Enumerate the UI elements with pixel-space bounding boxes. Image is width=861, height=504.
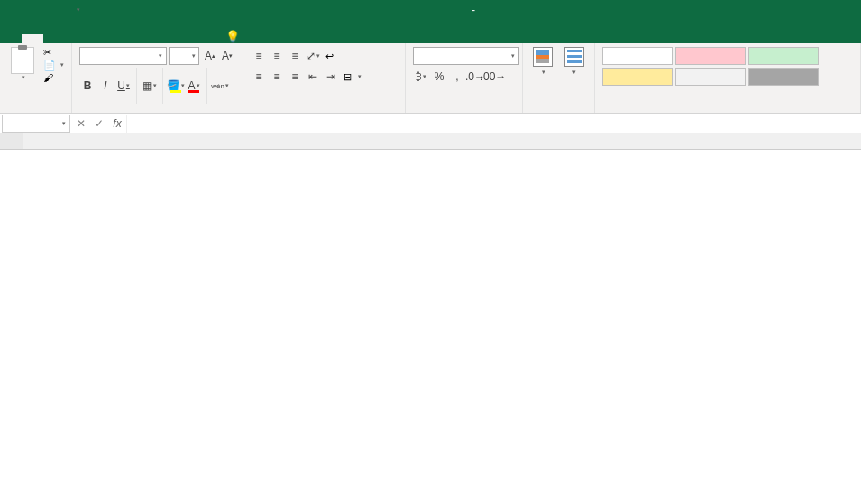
group-alignment: ≡ ≡ ≡ ⤢▾ ↩ ≡ ≡ ≡ ⇤ ⇥ ⊟▾ bbox=[243, 43, 406, 113]
styles-label bbox=[602, 109, 853, 111]
tab-data[interactable] bbox=[108, 34, 130, 43]
enter-icon[interactable]: ✓ bbox=[90, 117, 108, 130]
brush-icon: 🖌 bbox=[43, 72, 54, 83]
worksheet bbox=[0, 133, 861, 150]
decrease-font-button[interactable]: A▾ bbox=[219, 47, 235, 65]
table-format-icon bbox=[564, 47, 584, 67]
cell-style-neutral[interactable] bbox=[602, 68, 673, 86]
copy-button[interactable]: 📄▾ bbox=[43, 60, 64, 70]
qat-more-icon[interactable]: ▾ bbox=[71, 3, 86, 17]
number-label bbox=[413, 109, 515, 111]
cell-style-bad[interactable] bbox=[675, 47, 746, 65]
clipboard-label bbox=[7, 109, 64, 111]
window-title: - bbox=[86, 4, 861, 16]
column-headers bbox=[0, 133, 861, 150]
ribbon: ▾ ✂ 📄▾ 🖌 ▾ ▾ A▴ A▾ B I U▾ bbox=[0, 43, 861, 114]
align-left-button[interactable]: ≡ bbox=[251, 68, 267, 86]
formula-input[interactable] bbox=[126, 115, 861, 133]
wrap-text-button[interactable]: ↩ bbox=[323, 47, 339, 65]
formula-bar: ▾ ✕ ✓ fx bbox=[0, 114, 861, 133]
conditional-format-icon bbox=[533, 47, 553, 67]
paste-icon bbox=[11, 47, 34, 74]
chevron-down-icon: ▾ bbox=[22, 74, 25, 81]
ribbon-tabs: 💡 bbox=[0, 20, 861, 43]
fill-color-button[interactable]: 🪣▾ bbox=[168, 77, 184, 95]
conditional-format-button[interactable]: ▾ bbox=[530, 47, 556, 76]
tab-view[interactable] bbox=[151, 34, 173, 43]
tab-layout[interactable] bbox=[65, 34, 87, 43]
select-all-button[interactable] bbox=[0, 133, 23, 149]
name-box[interactable]: ▾ bbox=[2, 115, 70, 133]
scissors-icon: ✂ bbox=[43, 47, 54, 58]
align-center-button[interactable]: ≡ bbox=[269, 68, 285, 86]
quick-access-toolbar: ▾ bbox=[0, 3, 86, 17]
alignment-label bbox=[251, 109, 398, 111]
fx-icon[interactable]: fx bbox=[108, 117, 126, 130]
number-format-combo[interactable]: ▾ bbox=[413, 47, 519, 65]
border-button[interactable]: ▦▾ bbox=[142, 77, 158, 95]
tab-help[interactable] bbox=[173, 34, 195, 43]
cell-style-normal[interactable] bbox=[602, 47, 673, 65]
font-size-combo[interactable]: ▾ bbox=[169, 47, 199, 65]
group-cell-styles bbox=[595, 43, 861, 113]
currency-button[interactable]: ₿▾ bbox=[413, 68, 429, 86]
tab-formulas[interactable] bbox=[87, 34, 108, 43]
group-clipboard: ▾ ✂ 📄▾ 🖌 bbox=[0, 43, 72, 113]
save-icon[interactable] bbox=[5, 3, 20, 17]
merge-center-button[interactable]: ⊟▾ bbox=[341, 68, 364, 86]
lightbulb-icon: 💡 bbox=[225, 30, 240, 43]
paste-button[interactable]: ▾ bbox=[7, 47, 38, 83]
font-name-combo[interactable]: ▾ bbox=[79, 47, 167, 65]
tell-me-search[interactable]: 💡 bbox=[216, 30, 252, 43]
increase-indent-button[interactable]: ⇥ bbox=[323, 68, 339, 86]
undo-icon[interactable] bbox=[27, 3, 41, 17]
merge-icon: ⊟ bbox=[343, 71, 352, 83]
format-painter-button[interactable]: 🖌 bbox=[43, 72, 64, 83]
group-font: ▾ ▾ A▴ A▾ B I U▾ ▦▾ 🪣▾ A▾ wén▾ bbox=[72, 43, 243, 113]
italic-button[interactable]: I bbox=[97, 77, 114, 95]
cancel-icon[interactable]: ✕ bbox=[72, 117, 90, 130]
align-bottom-button[interactable]: ≡ bbox=[287, 47, 303, 65]
align-top-button[interactable]: ≡ bbox=[251, 47, 267, 65]
orientation-button[interactable]: ⤢▾ bbox=[305, 47, 321, 65]
format-as-table-button[interactable]: ▾ bbox=[562, 47, 588, 76]
cell-style-check[interactable] bbox=[748, 68, 819, 86]
group-styles-buttons: ▾ ▾ bbox=[523, 43, 595, 113]
tab-home[interactable] bbox=[22, 34, 43, 43]
font-color-button[interactable]: A▾ bbox=[186, 77, 202, 95]
cell-style-good[interactable] bbox=[748, 47, 819, 65]
decrease-indent-button[interactable]: ⇤ bbox=[305, 68, 321, 86]
tab-file[interactable] bbox=[0, 34, 22, 43]
align-right-button[interactable]: ≡ bbox=[287, 68, 303, 86]
title-bar: ▾ - bbox=[0, 0, 861, 20]
cell-style-calc[interactable] bbox=[675, 68, 746, 86]
phonetic-button[interactable]: wén▾ bbox=[212, 77, 228, 95]
underline-button[interactable]: U▾ bbox=[115, 77, 132, 95]
align-middle-button[interactable]: ≡ bbox=[269, 47, 285, 65]
comma-button[interactable]: , bbox=[449, 68, 465, 86]
increase-font-button[interactable]: A▴ bbox=[202, 47, 218, 65]
tab-insert[interactable] bbox=[43, 34, 65, 43]
redo-icon[interactable] bbox=[49, 3, 63, 17]
wrap-icon: ↩ bbox=[325, 50, 334, 62]
cut-button[interactable]: ✂ bbox=[43, 47, 64, 58]
tab-review[interactable] bbox=[130, 34, 151, 43]
group-number: ▾ ₿▾ % , .0→ .00→ bbox=[406, 43, 523, 113]
copy-icon: 📄 bbox=[43, 60, 54, 70]
tab-pdf[interactable] bbox=[195, 34, 216, 43]
percent-button[interactable]: % bbox=[431, 68, 447, 86]
font-label bbox=[79, 109, 235, 111]
decrease-decimal-button[interactable]: .00→ bbox=[485, 68, 501, 86]
bold-button[interactable]: B bbox=[79, 77, 96, 95]
